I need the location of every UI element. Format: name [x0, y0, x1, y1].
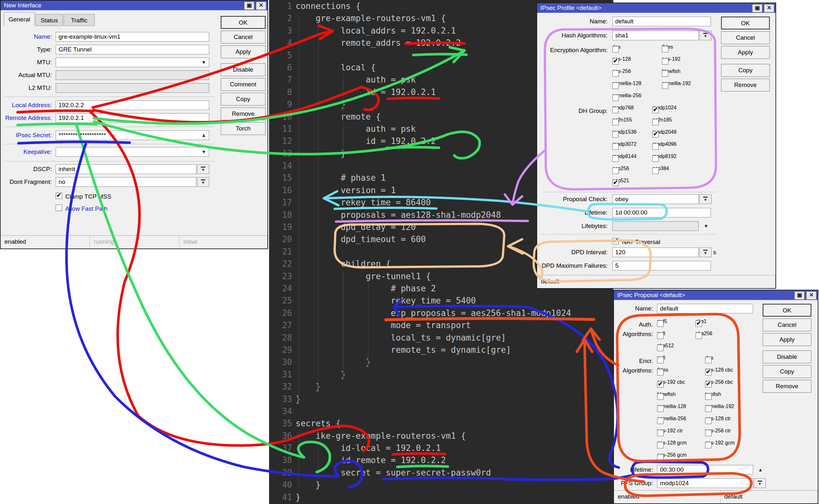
checkbox-unchecked[interactable] — [657, 333, 664, 339]
checkbox-checked[interactable]: ✔ — [652, 107, 659, 113]
checkbox-unchecked[interactable] — [612, 107, 619, 113]
torch-button[interactable]: Torch — [221, 122, 265, 135]
encryption-algorithm-option[interactable]: ✔aes-128 — [612, 56, 670, 68]
comment-button[interactable]: Comment — [221, 78, 265, 91]
checkbox-unchecked[interactable] — [657, 345, 664, 351]
checkbox-unchecked[interactable] — [705, 442, 712, 448]
ok-button[interactable]: OK — [763, 304, 811, 317]
checkbox-unchecked[interactable] — [657, 393, 664, 400]
checkbox-unchecked[interactable] — [657, 406, 664, 412]
encr-algorithms-option[interactable]: aes-256 gcm — [657, 452, 715, 464]
proposal-name-input[interactable]: default — [657, 304, 753, 313]
encryption-algorithm-option[interactable]: camellia-192 — [662, 81, 720, 93]
remote-address-input[interactable]: 192.0.2.1 — [56, 113, 209, 123]
encr-algorithms-option[interactable]: aes-256 ctr — [705, 428, 763, 440]
close-icon[interactable]: ✕ — [256, 2, 266, 10]
up-arrow-icon[interactable]: ▲ — [756, 465, 765, 475]
dropdown-arrow-icon[interactable]: ▼ — [701, 221, 711, 231]
checkbox-unchecked[interactable] — [705, 393, 712, 400]
auth-algorithms-option[interactable]: sha512 — [657, 343, 715, 355]
checkbox-checked[interactable]: ✔ — [612, 238, 619, 244]
code-line-34[interactable]: 34 — [275, 405, 613, 417]
code-line-26[interactable]: 26 esp_proposals = aes256-sha1-modp1024 — [275, 307, 613, 319]
apply-button[interactable]: Apply — [721, 46, 770, 59]
tab-traffic[interactable]: Traffic — [64, 14, 95, 26]
dh-group-option[interactable]: modp8192 — [652, 154, 710, 166]
checkbox-checked[interactable]: ✔ — [696, 320, 702, 327]
auth-algorithms-option[interactable]: ✔sha1 — [696, 319, 753, 331]
encr-algorithms-option[interactable]: camellia-192 — [705, 404, 763, 416]
cancel-button[interactable]: Cancel — [721, 31, 770, 44]
mtu-input[interactable] — [56, 58, 209, 67]
checkbox-checked[interactable]: ✔ — [652, 131, 659, 138]
auth-algorithms-option[interactable]: sha256 — [696, 331, 753, 343]
hash-algorithms-dropdown-button[interactable]: ▼ — [699, 31, 712, 40]
encryption-algorithm-option[interactable]: aes-192 — [662, 56, 720, 68]
encryption-algorithm-option[interactable]: aes-256 — [612, 68, 670, 81]
local-address-input[interactable]: 192.0.2.2 — [56, 100, 209, 110]
checkbox-unchecked[interactable] — [612, 131, 619, 138]
l2-mtu-input[interactable] — [56, 83, 209, 93]
copy-button[interactable]: Copy — [763, 365, 811, 378]
checkbox-unchecked[interactable] — [652, 119, 659, 125]
checkbox-unchecked[interactable] — [652, 168, 659, 174]
checkbox-unchecked[interactable] — [652, 155, 659, 162]
dropdown-arrow-icon[interactable]: ▼ — [199, 58, 209, 67]
tab-status[interactable]: Status — [35, 14, 63, 26]
hash-algorithms-input[interactable]: sha1 — [612, 31, 699, 40]
checkbox-unchecked[interactable] — [612, 95, 619, 101]
checkbox-unchecked[interactable] — [662, 83, 668, 89]
ok-button[interactable]: OK — [721, 17, 770, 29]
up-arrow-icon[interactable]: ▲ — [199, 130, 209, 140]
copy-button[interactable]: Copy — [721, 64, 770, 77]
checkbox-unchecked[interactable] — [662, 70, 668, 77]
dscp-input[interactable]: inherit — [56, 164, 196, 174]
checkbox-unchecked[interactable] — [657, 430, 664, 436]
code-line-27[interactable]: 27 mode = transport — [275, 319, 613, 331]
disable-button[interactable]: Disable — [763, 350, 811, 363]
checkbox-unchecked[interactable] — [662, 58, 668, 65]
code-line-38[interactable]: 38 id-remote = 192.0.2.2 — [275, 454, 613, 466]
encr-algorithms-option[interactable]: ✔aes-128 cbc — [705, 367, 763, 379]
lifebytes-input[interactable] — [612, 221, 699, 231]
code-line-41[interactable]: 41} — [275, 491, 613, 503]
dont-fragment-dropdown-button[interactable]: ▼ — [197, 177, 209, 187]
profile-lifetime-input[interactable]: 1d 00:00:00 — [612, 208, 711, 217]
dh-group-option[interactable]: ✔ecp521 — [612, 178, 670, 190]
name-input[interactable]: gre-example-linux-vm1 — [56, 32, 209, 42]
disable-button[interactable]: Disable — [221, 63, 265, 76]
checkbox-unchecked[interactable] — [612, 70, 619, 77]
code-line-35[interactable]: 35secrets { — [275, 417, 613, 429]
apply-button[interactable]: Apply — [221, 45, 265, 58]
dropdown-arrow-icon[interactable]: ▼ — [199, 147, 209, 157]
dscp-dropdown-button[interactable]: ▼ — [197, 164, 209, 174]
cancel-button[interactable]: Cancel — [221, 31, 265, 43]
checkbox-checked[interactable]: ✔ — [705, 381, 712, 388]
checkbox-unchecked[interactable] — [56, 205, 62, 211]
checkbox-checked[interactable]: ✔ — [612, 180, 619, 186]
checkbox-unchecked[interactable] — [612, 155, 619, 162]
code-line-29[interactable]: 29 remote_ts = dynamic[gre] — [275, 344, 613, 356]
apply-button[interactable]: Apply — [763, 333, 811, 346]
checkbox-unchecked[interactable] — [657, 454, 664, 461]
dont-fragment-input[interactable]: no — [56, 177, 196, 187]
checkbox-unchecked[interactable] — [705, 406, 712, 412]
dpd-interval-input[interactable]: 120 — [612, 248, 699, 257]
encr-algorithms-option[interactable]: aes-192 gcm — [705, 440, 763, 452]
maximize-icon[interactable]: ▣ — [794, 291, 805, 300]
encr-algorithms-option[interactable]: twofish — [705, 391, 763, 404]
checkbox-checked[interactable]: ✔ — [657, 381, 664, 388]
code-line-36[interactable]: 36 ike-gre-example-routeros-vm1 { — [275, 430, 613, 442]
checkbox-unchecked[interactable] — [612, 83, 619, 89]
ipsec-secret-input[interactable]: ******************** — [56, 130, 209, 140]
code-line-30[interactable]: 30 } — [275, 356, 613, 368]
ipsec-profile-title[interactable]: IPsec Profile <default> — [537, 3, 776, 13]
checkbox-unchecked[interactable] — [657, 418, 664, 424]
encryption-algorithm-option[interactable]: blowfish — [662, 68, 720, 81]
encr-algorithms-option[interactable]: ✔aes-256 cbc — [705, 379, 763, 391]
code-line-39[interactable]: 39 secret = super-secret-passw0rd — [275, 467, 613, 479]
checkbox-unchecked[interactable] — [657, 357, 664, 363]
checkbox-checked[interactable]: ✔ — [705, 369, 712, 375]
close-icon[interactable]: ✕ — [764, 4, 774, 12]
encr-algorithms-option[interactable]: des — [705, 355, 763, 367]
